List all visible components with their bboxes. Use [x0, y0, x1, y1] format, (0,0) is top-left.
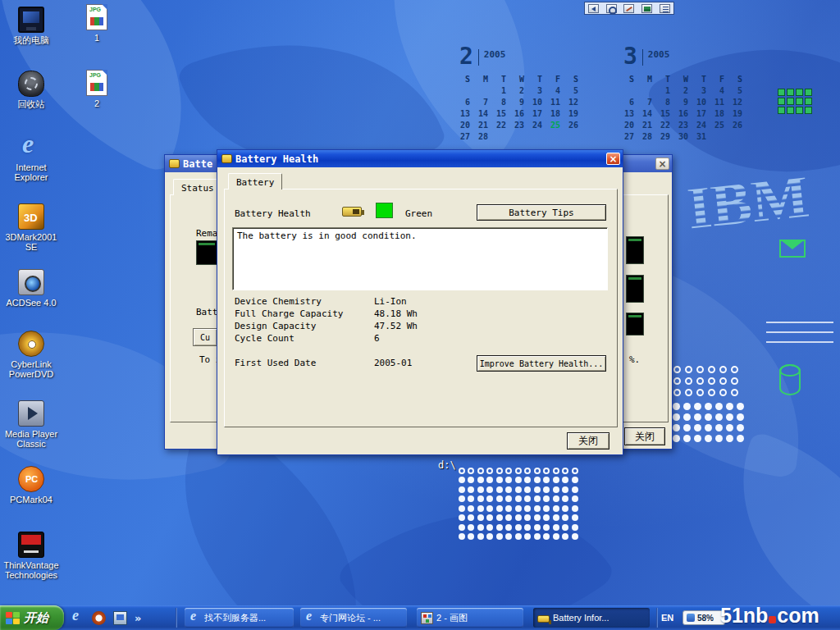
close-button[interactable]: 关闭	[624, 427, 665, 445]
dot-decoration	[505, 495, 512, 502]
calendar-day: 19	[564, 109, 582, 121]
dot-decoration	[673, 435, 680, 442]
chevron-more-icon[interactable]	[135, 612, 141, 624]
dot-decoration	[673, 403, 680, 410]
dot-decoration	[486, 533, 493, 540]
desktop-icon-powerdvd[interactable]: CyberLink PowerDVD	[3, 331, 59, 379]
desktop-icon-my-computer[interactable]: 我的电脑	[3, 7, 59, 45]
dot-decoration	[524, 495, 531, 502]
dot-decoration	[572, 505, 578, 512]
window-titlebar[interactable]: Battery Health	[217, 150, 623, 167]
tab-status[interactable]: Status	[173, 179, 222, 195]
zoom-icon[interactable]	[606, 4, 617, 13]
internet-explorer-icon[interactable]	[71, 611, 84, 625]
clipboard-icon[interactable]	[660, 4, 670, 13]
calendar-day: 24	[528, 121, 546, 132]
pen-icon[interactable]	[623, 4, 634, 13]
internet-explorer-icon	[18, 134, 44, 160]
powerdvd-icon	[18, 331, 44, 357]
condition-textarea[interactable]: The battery is in good condition.	[232, 227, 608, 290]
dot-decoration	[553, 524, 559, 531]
dot-decoration	[543, 495, 550, 502]
task-label: 找不到服务器...	[204, 612, 266, 624]
ie-icon	[189, 612, 201, 624]
dot-decoration	[515, 477, 522, 483]
desktop-icon-thinkvantage[interactable]: ThinkVantage Technologies	[3, 532, 59, 580]
desktop-file-1[interactable]: JPG1	[79, 4, 115, 43]
battery-tips-button[interactable]: Battery Tips	[477, 204, 606, 221]
dot-decoration	[515, 486, 522, 493]
taskbar-task-4[interactable]: Battery Infor...	[533, 608, 650, 628]
dot-decoration	[505, 524, 512, 531]
desktop-icon-recycle-bin[interactable]: 回收站	[3, 71, 59, 109]
taskbar-task-2[interactable]: 专门网论坛 - ...	[300, 608, 407, 628]
floating-toolbar	[584, 2, 674, 15]
show-desktop-icon[interactable]	[113, 611, 127, 625]
quick-launch-area	[71, 605, 141, 630]
tab-battery[interactable]: Battery	[228, 173, 282, 189]
dot-decoration	[496, 468, 503, 474]
dot-decoration	[534, 514, 541, 521]
desktop-icon-3dmark[interactable]: 3DMark2001 SE	[3, 203, 59, 252]
jpg-file-icon: JPG	[86, 4, 107, 30]
dot-decoration	[737, 403, 744, 410]
window-title: Battery Health	[235, 153, 603, 165]
detail-row: Cycle Count 6	[217, 333, 623, 345]
close-button[interactable]: 关闭	[567, 432, 609, 450]
dot-decoration	[468, 505, 474, 512]
dot-decoration	[683, 403, 691, 410]
dot-decoration	[694, 403, 701, 410]
detail-label: Device Chemistry	[235, 296, 322, 307]
dot-decoration	[515, 505, 522, 512]
calendar-day: 2	[674, 86, 692, 98]
taskbar-task-3[interactable]: 2 - 画图	[417, 608, 523, 628]
desktop-icon-label: ThinkVantage Technologies	[3, 560, 59, 580]
desktop-icon-internet-explorer[interactable]: Internet Explorer	[3, 134, 59, 182]
taskbar-task-1[interactable]: 找不到服务器...	[185, 608, 294, 628]
svg-text:IBM: IBM	[684, 162, 812, 241]
improve-battery-health-button[interactable]: Improve Battery Health...	[477, 355, 606, 372]
language-indicator[interactable]: EN	[661, 613, 673, 623]
desktop-icon-label: 我的电脑	[3, 35, 59, 45]
detail-value: 47.52 Wh	[374, 321, 418, 331]
dot-decoration	[694, 435, 701, 442]
desktop-icon-media-player-classic[interactable]: Media Player Classic	[3, 400, 59, 449]
calendar-day: 22	[492, 121, 510, 132]
dot-decoration	[515, 533, 522, 540]
calendar-day: 22	[656, 121, 674, 132]
battery-app-icon	[169, 159, 180, 168]
calendar-day: 26	[564, 121, 582, 132]
dot-decoration	[696, 366, 704, 373]
dot-decoration	[486, 495, 493, 502]
dot-decoration	[683, 435, 691, 442]
desktop-icon-acdsee[interactable]: ACDSee 4.0	[3, 269, 59, 308]
watermark-part2: com	[777, 604, 819, 628]
dot-decoration	[477, 514, 484, 521]
dot-decoration	[726, 435, 733, 442]
battery-tray-indicator[interactable]: 58%	[682, 610, 725, 625]
dot-decoration	[486, 524, 493, 531]
speaker-icon[interactable]	[588, 4, 599, 13]
dot-decoration	[572, 514, 578, 521]
dot-decoration	[708, 366, 715, 373]
calendar-day-header: M	[638, 75, 656, 86]
close-icon[interactable]	[606, 153, 620, 165]
grid-icon[interactable]	[641, 4, 652, 13]
desktop-icon-pcmark[interactable]: PCMark04	[3, 466, 59, 504]
calendar-day	[728, 132, 746, 144]
current-button[interactable]: Cu	[193, 328, 217, 346]
desktop-file-2[interactable]: JPG2	[79, 70, 115, 108]
start-button[interactable]: 开始	[0, 605, 64, 630]
envelope-icon	[779, 240, 806, 258]
jpg-file-icon: JPG	[86, 70, 107, 96]
close-icon[interactable]	[655, 158, 669, 170]
calendar-year: 2005	[648, 49, 670, 60]
dot-decoration	[459, 477, 465, 483]
dot-decoration	[543, 486, 550, 493]
media-player-icon[interactable]	[92, 611, 106, 625]
dot-decoration	[696, 377, 704, 385]
dot-decoration	[553, 468, 559, 474]
dot-decoration	[715, 424, 723, 431]
calendar-day	[510, 132, 528, 144]
battery-gauge	[196, 240, 217, 265]
